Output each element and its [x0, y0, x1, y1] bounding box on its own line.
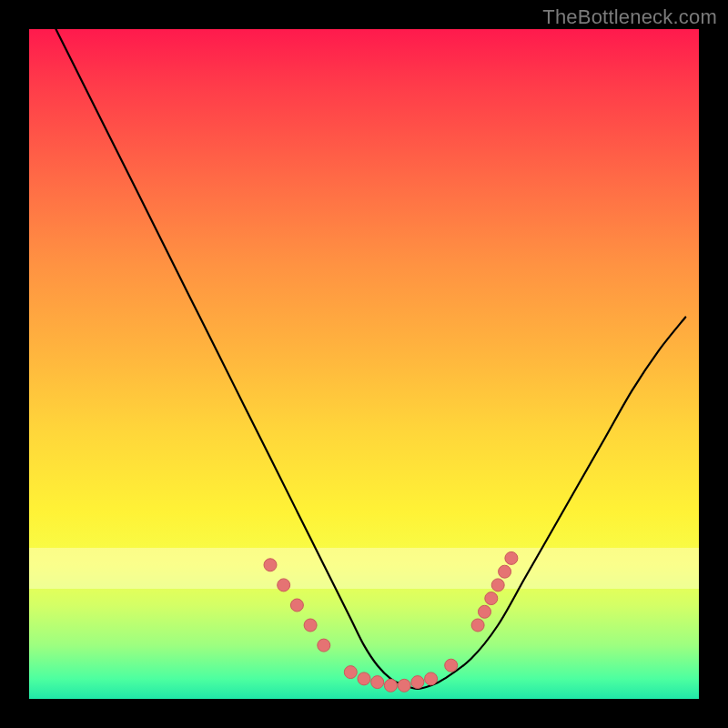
- data-marker: [411, 676, 424, 689]
- data-marker: [358, 672, 370, 685]
- bottleneck-curve: [56, 29, 685, 689]
- data-marker: [445, 659, 458, 672]
- data-marker: [290, 599, 303, 612]
- plot-area: [29, 29, 699, 699]
- data-marker: [479, 605, 491, 618]
- watermark-text: TheBottleneck.com: [542, 5, 717, 29]
- data-marker: [371, 676, 384, 689]
- data-marker: [278, 579, 290, 592]
- data-marker: [304, 619, 317, 632]
- data-marker: [499, 565, 511, 578]
- data-marker: [398, 679, 410, 692]
- data-marker: [384, 679, 397, 692]
- chart-frame: TheBottleneck.com: [0, 0, 728, 728]
- data-marker: [485, 592, 498, 605]
- data-marker: [425, 672, 438, 685]
- data-marker: [344, 666, 357, 679]
- marker-group: [264, 551, 518, 692]
- data-marker: [505, 551, 518, 564]
- data-marker: [471, 619, 484, 632]
- data-marker: [318, 639, 330, 652]
- curve-svg: [29, 29, 699, 699]
- data-marker: [264, 559, 277, 571]
- data-marker: [491, 579, 504, 592]
